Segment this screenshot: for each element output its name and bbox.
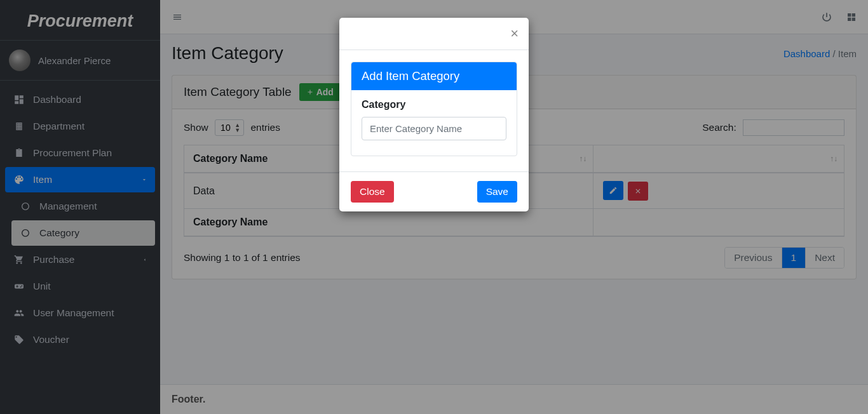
close-button[interactable]: Close <box>351 181 394 203</box>
category-input[interactable] <box>362 117 506 140</box>
modal-close-button[interactable]: × <box>510 27 519 41</box>
save-button[interactable]: Save <box>477 181 517 203</box>
modal-body: Add Item Category Category <box>339 50 529 171</box>
category-label: Category <box>362 99 506 110</box>
form-card: Add Item Category Category <box>351 62 517 156</box>
close-icon: × <box>510 25 519 41</box>
modal-header: × <box>339 18 529 50</box>
modal-footer: Close Save <box>339 171 529 211</box>
add-category-modal: × Add Item Category Category Close Save <box>339 18 529 211</box>
modal-title: Add Item Category <box>351 62 517 90</box>
form-body: Category <box>351 90 517 156</box>
